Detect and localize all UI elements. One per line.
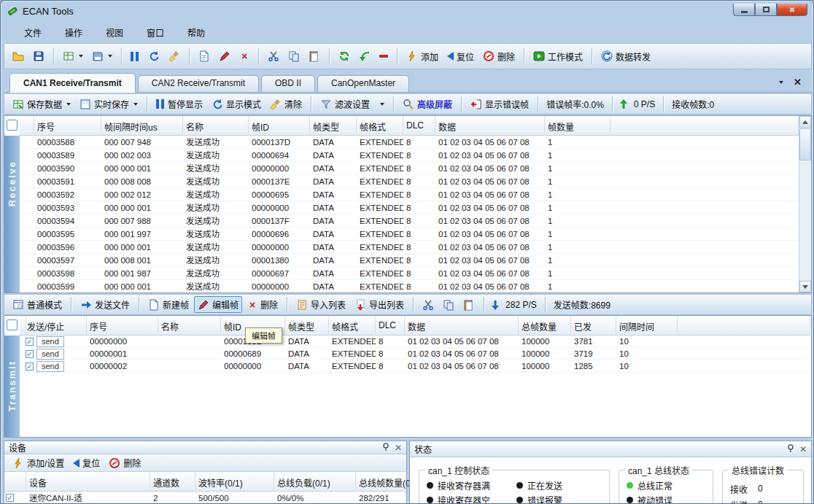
copy-button[interactable] — [284, 48, 303, 64]
menu-item-2[interactable]: 视图 — [96, 24, 133, 41]
table-row[interactable]: 00003599000 000 001发送成功00000000DATAEXTEN… — [20, 280, 799, 292]
tx-column-header-6[interactable]: DLC — [376, 316, 405, 336]
tx-column-header-10[interactable]: 间隔时间 — [616, 316, 678, 336]
device-add-settings-button[interactable]: 添加/设置 — [9, 454, 68, 471]
filter-dropdown-button[interactable] — [375, 101, 388, 108]
save-data-button[interactable]: 保存数据 — [9, 96, 74, 112]
tab-2[interactable]: OBD II — [261, 75, 315, 92]
tx-column-header-4[interactable]: 帧类型 — [285, 316, 329, 336]
normal-mode-button[interactable]: 普通模式 — [9, 296, 66, 313]
delete-frame-button[interactable]: × — [236, 49, 253, 63]
select-all-checkbox[interactable] — [7, 120, 18, 131]
pin-icon[interactable] — [787, 444, 795, 454]
tab-3[interactable]: CanOpenMaster — [317, 75, 409, 92]
tab-close-icon[interactable]: ✕ — [794, 77, 802, 88]
cut-button[interactable] — [419, 297, 438, 313]
table-row[interactable]: ✓send0000000100000689DATAEXTENDED801 02 … — [20, 348, 810, 360]
refresh-button[interactable] — [144, 48, 163, 64]
table-row[interactable]: 00003594000 007 988发送成功0000137FDATAEXTEN… — [20, 214, 799, 228]
scroll-up-button[interactable] — [799, 116, 811, 128]
tx-column-header-8[interactable]: 总帧数量 — [519, 316, 571, 336]
send-file-button[interactable]: 发送文件 — [77, 296, 133, 313]
export-save-button[interactable] — [88, 48, 116, 64]
rx-column-header-8[interactable]: 帧数量 — [545, 116, 610, 136]
filter-settings-button[interactable]: 滤波设置 — [317, 96, 373, 112]
device-reset-button[interactable]: 复位 — [69, 454, 104, 471]
close-button[interactable]: ✕ — [777, 4, 807, 16]
realtime-save-button[interactable]: 实时保存 — [76, 96, 142, 112]
new-frame-button[interactable]: 新建帧 — [144, 296, 193, 313]
table-row[interactable]: ✓send0000000200000000DATAEXTENDED801 02 … — [20, 360, 810, 373]
tab-1[interactable]: CAN2 Receive/Transmit — [138, 75, 259, 92]
rx-column-header-6[interactable]: DLC — [403, 116, 435, 136]
work-mode-button[interactable]: 工作模式 — [530, 48, 586, 65]
checkbox-checked-icon[interactable]: ✓ — [26, 350, 34, 358]
loop-send-button[interactable] — [335, 48, 354, 64]
pause-display-button[interactable]: 暂停显示 — [152, 96, 206, 112]
save-button[interactable] — [29, 48, 48, 64]
import-list-button[interactable]: 导入列表 — [292, 296, 349, 313]
receive-scrollbar[interactable] — [799, 116, 811, 292]
export-list-button[interactable]: 导出列表 — [351, 296, 408, 313]
rx-column-header-4[interactable]: 帧类型 — [310, 116, 357, 136]
menu-item-4[interactable]: 帮助 — [177, 24, 215, 41]
maximize-button[interactable] — [755, 4, 777, 16]
rx-column-header-1[interactable]: 帧间隔时间us — [101, 116, 183, 136]
table-row[interactable]: 00003588000 007 948发送成功0000137DDATAEXTEN… — [20, 136, 799, 149]
table-row[interactable]: 00003591000 008 008发送成功0000137EDATAEXTEN… — [20, 175, 799, 188]
table-row[interactable]: ✓send000000000000138DDATAEXTENDED801 02 … — [20, 336, 810, 348]
pin-icon[interactable] — [382, 443, 390, 452]
edit-frame-button[interactable]: 编辑帧 — [194, 296, 242, 313]
scroll-thumb[interactable] — [799, 128, 811, 160]
device-column-header-1[interactable]: 通道数 — [150, 472, 195, 492]
table-row[interactable]: 00003589000 002 003发送成功00000694DATAEXTEN… — [20, 149, 799, 162]
rx-column-header-0[interactable]: 序号 — [34, 116, 101, 136]
rx-column-header-2[interactable]: 名称 — [183, 116, 249, 136]
tab-0[interactable]: CAN1 Receive/Transmit — [9, 73, 136, 93]
export-data-button[interactable] — [59, 48, 87, 64]
table-row[interactable]: 00003593000 000 001发送成功00000000DATAEXTEN… — [20, 201, 799, 214]
table-row[interactable]: 00003597000 008 001发送成功00001380DATAEXTEN… — [20, 254, 799, 267]
device-column-header-0[interactable]: 设备 — [26, 472, 150, 492]
device-column-header-3[interactable]: 总线负载(0/1) — [274, 472, 356, 492]
data-forward-button[interactable]: 数据转发 — [597, 48, 654, 65]
delete-device-button[interactable]: 删除 — [479, 48, 519, 65]
edit-frame-button[interactable] — [215, 48, 234, 64]
tx-column-header-1[interactable]: 序号 — [87, 316, 158, 336]
tx-column-header-0[interactable]: 发送/停止 — [24, 316, 87, 336]
display-mode-button[interactable]: 显示模式 — [208, 96, 265, 112]
minimize-button[interactable] — [733, 4, 755, 16]
device-delete-button[interactable]: 删除 — [105, 454, 144, 471]
checkbox-checked-icon[interactable]: ✓ — [26, 363, 34, 371]
advanced-mask-button[interactable]: 高级屏蔽 — [399, 96, 456, 112]
reset-device-button[interactable]: 复位 — [443, 48, 478, 65]
close-panel-icon[interactable]: ✕ — [799, 445, 807, 454]
table-row[interactable]: 00003592000 002 012发送成功00000695DATAEXTEN… — [20, 188, 799, 201]
select-all-checkbox[interactable] — [7, 319, 18, 330]
pause-button[interactable] — [127, 50, 143, 63]
send-button[interactable]: send — [36, 336, 64, 347]
show-error-frames-button[interactable]: 显示错误帧 — [467, 96, 532, 112]
tx-column-header-7[interactable]: 数据 — [405, 316, 519, 336]
checkbox-checked-icon[interactable]: ✓ — [26, 338, 34, 346]
stop-send-button[interactable] — [376, 53, 392, 60]
table-row[interactable]: ✓迷你CAN-II-适2500/5000%/0%282/291 — [4, 492, 406, 504]
scroll-down-button[interactable] — [799, 281, 811, 292]
table-row[interactable]: 00003590000 000 001发送成功00000000DATAEXTEN… — [20, 162, 799, 175]
device-column-header-2[interactable]: 波特率(0/1) — [195, 472, 274, 492]
delete-frame-button[interactable]: ×删除 — [244, 296, 282, 313]
checkbox-checked-icon[interactable]: ✓ — [6, 494, 14, 502]
rx-column-header-3[interactable]: 帧ID — [249, 116, 310, 136]
table-row[interactable]: 00003598000 001 987发送成功00000697DATAEXTEN… — [20, 267, 799, 280]
menu-item-1[interactable]: 操作 — [55, 24, 93, 41]
send-button[interactable]: send — [36, 349, 64, 360]
new-frame-button[interactable] — [195, 48, 214, 64]
add-device-button[interactable]: 添加 — [403, 48, 442, 65]
rx-column-header-7[interactable]: 数据 — [435, 116, 545, 136]
tx-column-header-2[interactable]: 名称 — [158, 316, 221, 336]
menu-item-0[interactable]: 文件 — [14, 24, 52, 41]
open-file-button[interactable] — [9, 48, 28, 64]
menu-item-3[interactable]: 窗口 — [136, 24, 174, 41]
close-panel-icon[interactable]: ✕ — [395, 443, 402, 452]
table-row[interactable]: 00003596000 000 001发送成功00000000DATAEXTEN… — [20, 241, 799, 254]
